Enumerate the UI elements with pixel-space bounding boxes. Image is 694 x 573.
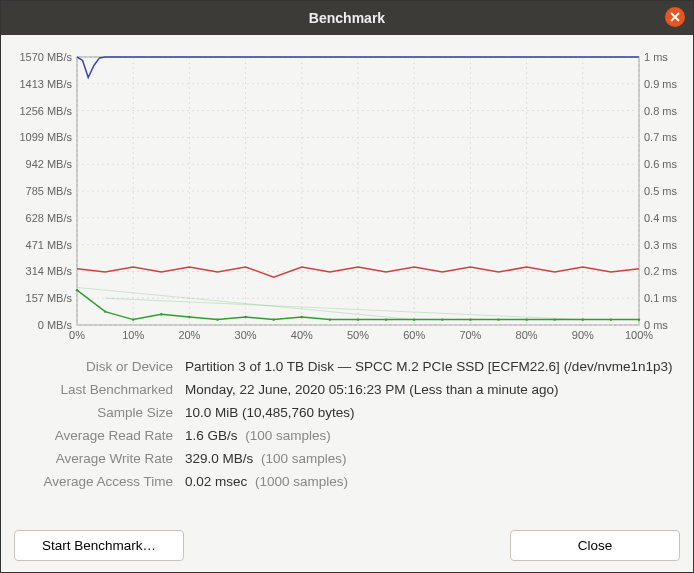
svg-point-62 — [244, 316, 246, 318]
button-row: Start Benchmark… Close — [14, 530, 680, 561]
svg-text:100%: 100% — [625, 329, 653, 341]
svg-text:1 ms: 1 ms — [644, 51, 668, 63]
svg-text:0.6 ms: 0.6 ms — [644, 158, 678, 170]
access-value: 0.02 msec (1000 samples) — [185, 474, 348, 489]
disk-label: Disk or Device — [15, 359, 185, 374]
svg-point-75 — [610, 318, 612, 320]
svg-point-56 — [76, 289, 78, 291]
svg-text:785 MB/s: 785 MB/s — [26, 185, 73, 197]
write-value: 329.0 MB/s (100 samples) — [185, 451, 347, 466]
svg-text:0.7 ms: 0.7 ms — [644, 131, 678, 143]
svg-point-60 — [188, 316, 190, 318]
sample-size-value: 10.0 MiB (10,485,760 bytes) — [185, 405, 355, 420]
titlebar: Benchmark — [1, 1, 693, 35]
svg-text:0%: 0% — [69, 329, 85, 341]
svg-text:1570 MB/s: 1570 MB/s — [19, 51, 72, 63]
write-value-main: 329.0 MB/s — [185, 451, 253, 466]
svg-point-73 — [554, 318, 556, 320]
svg-point-61 — [216, 318, 218, 320]
svg-point-59 — [160, 313, 162, 315]
svg-point-63 — [273, 318, 275, 320]
svg-point-72 — [525, 318, 527, 320]
disk-value: Partition 3 of 1.0 TB Disk — SPCC M.2 PC… — [185, 359, 672, 374]
read-label: Average Read Rate — [15, 428, 185, 443]
svg-point-58 — [132, 318, 134, 320]
svg-text:628 MB/s: 628 MB/s — [26, 212, 73, 224]
access-value-sub: (1000 samples) — [255, 474, 348, 489]
svg-text:942 MB/s: 942 MB/s — [26, 158, 73, 170]
svg-point-65 — [329, 318, 331, 320]
close-button[interactable]: Close — [510, 530, 680, 561]
info-panel: Disk or Device Partition 3 of 1.0 TB Dis… — [15, 359, 679, 489]
read-value: 1.6 GB/s (100 samples) — [185, 428, 331, 443]
svg-text:0 MB/s: 0 MB/s — [38, 319, 73, 331]
svg-text:10%: 10% — [122, 329, 144, 341]
benchmarked-label: Last Benchmarked — [15, 382, 185, 397]
svg-text:314 MB/s: 314 MB/s — [26, 265, 73, 277]
svg-text:80%: 80% — [516, 329, 538, 341]
sample-size-label: Sample Size — [15, 405, 185, 420]
svg-text:0.4 ms: 0.4 ms — [644, 212, 678, 224]
svg-text:70%: 70% — [459, 329, 481, 341]
write-label: Average Write Rate — [15, 451, 185, 466]
write-value-sub: (100 samples) — [261, 451, 347, 466]
svg-text:1099 MB/s: 1099 MB/s — [19, 131, 72, 143]
svg-point-71 — [497, 318, 499, 320]
svg-text:40%: 40% — [291, 329, 313, 341]
benchmarked-value: Monday, 22 June, 2020 05:16:23 PM (Less … — [185, 382, 559, 397]
svg-point-64 — [301, 316, 303, 318]
svg-text:0.1 ms: 0.1 ms — [644, 292, 678, 304]
svg-point-76 — [638, 318, 640, 320]
svg-text:90%: 90% — [572, 329, 594, 341]
svg-point-67 — [385, 318, 387, 320]
svg-text:1413 MB/s: 1413 MB/s — [19, 78, 72, 90]
svg-text:0.8 ms: 0.8 ms — [644, 105, 678, 117]
close-icon[interactable] — [665, 7, 685, 27]
svg-point-70 — [469, 318, 471, 320]
svg-text:0.5 ms: 0.5 ms — [644, 185, 678, 197]
window-title: Benchmark — [309, 10, 385, 26]
content-area: 0 MB/s0 ms157 MB/s0.1 ms314 MB/s0.2 ms47… — [1, 35, 693, 511]
access-value-main: 0.02 msec — [185, 474, 247, 489]
svg-text:0.3 ms: 0.3 ms — [644, 239, 678, 251]
svg-point-69 — [441, 318, 443, 320]
svg-text:60%: 60% — [403, 329, 425, 341]
svg-text:0.2 ms: 0.2 ms — [644, 265, 678, 277]
svg-text:1256 MB/s: 1256 MB/s — [19, 105, 72, 117]
read-value-main: 1.6 GB/s — [185, 428, 238, 443]
benchmark-chart: 0 MB/s0 ms157 MB/s0.1 ms314 MB/s0.2 ms47… — [15, 49, 681, 347]
svg-text:30%: 30% — [235, 329, 257, 341]
svg-text:471 MB/s: 471 MB/s — [26, 239, 73, 251]
svg-point-57 — [104, 310, 106, 312]
access-label: Average Access Time — [15, 474, 185, 489]
svg-text:157 MB/s: 157 MB/s — [26, 292, 73, 304]
svg-text:50%: 50% — [347, 329, 369, 341]
svg-point-66 — [357, 318, 359, 320]
read-value-sub: (100 samples) — [245, 428, 331, 443]
svg-text:20%: 20% — [178, 329, 200, 341]
svg-text:0.9 ms: 0.9 ms — [644, 78, 678, 90]
start-benchmark-button[interactable]: Start Benchmark… — [14, 530, 184, 561]
